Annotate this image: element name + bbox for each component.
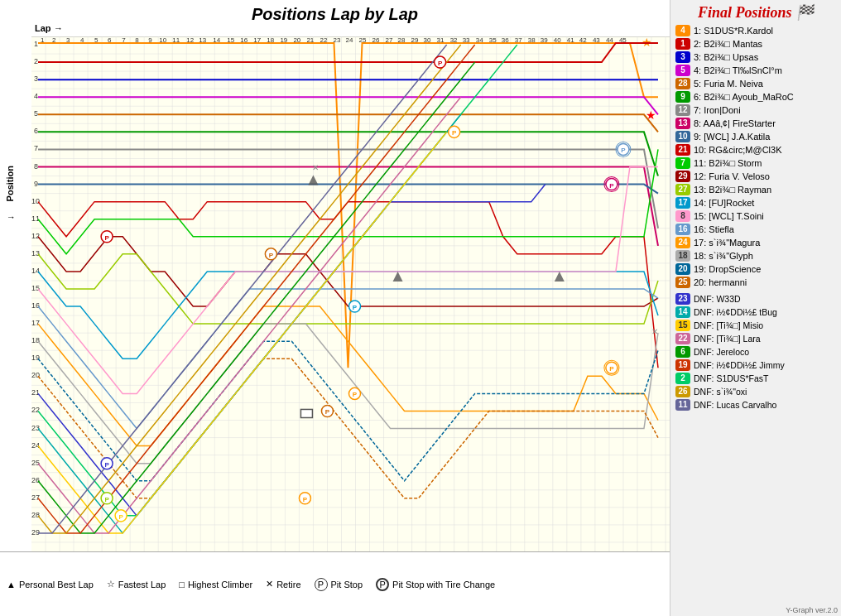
fastest-lap-label: Fastest Lap [118, 580, 166, 590]
svg-text:12: 12 [31, 232, 40, 240]
dnf-badge-3: 15 [675, 320, 690, 331]
dnf-3: 15 DNF: [Ti¾□] Misio [675, 320, 836, 331]
svg-text:P: P [104, 461, 109, 469]
pos-name-2: 2: B2i¾□ Mantas [694, 39, 762, 49]
pos-badge-5: 28 [675, 78, 690, 89]
pos-badge-13: 27 [675, 184, 690, 195]
pos-name-5: 5: Furia M. Neiva [694, 79, 763, 89]
final-pos-13: 27 13: B2i¾□ Rayman [675, 184, 836, 195]
pos-name-18: 18: s`i¾"Glyph [694, 251, 753, 261]
legend-fastest-lap: ☆ Fastest Lap [107, 579, 166, 590]
svg-text:★: ★ [646, 108, 656, 122]
dnf-9: 11 DNF: Lucas Carvalho [675, 399, 836, 411]
svg-text:17: 17 [31, 319, 40, 327]
pos-badge-16: 16 [675, 224, 690, 235]
dnf-6: 19 DNF: i½¢DDi½£ Jimmy [675, 359, 836, 371]
chart-area: Positions Lap by Lap Lap → Position ↓ [0, 0, 670, 616]
final-pos-8: 13 8: AAâ‚¢| FireStarter [675, 118, 836, 129]
svg-text:15: 15 [31, 284, 40, 292]
dnf-7: 2 DNF: S1DUS*FasT [675, 373, 836, 384]
chart-plot-area: 1 2 3 4 5 6 7 8 9 10 11 12 13 14 15 16 1… [31, 36, 670, 551]
pos-badge-7: 12 [675, 104, 690, 116]
dnf-badge-8: 26 [675, 386, 690, 397]
final-pos-17: 24 17: s`i¾"Magura [675, 237, 836, 248]
svg-text:16: 16 [31, 301, 40, 310]
pos-badge-6: 9 [675, 91, 690, 103]
svg-text:7: 7 [34, 144, 38, 152]
pos-name-11: 11: B2i¾□ Storm [694, 158, 762, 168]
pit-tire-label: Pit Stop with Tire Change [392, 580, 495, 590]
svg-text:27: 27 [31, 493, 40, 502]
pit-stop-icon: P [315, 578, 328, 591]
pos-name-6: 6: B2i¾□ Ayoub_MaRoC [694, 92, 794, 102]
retire-icon: ✕ [266, 579, 273, 590]
pos-name-17: 17: s`i¾"Magura [694, 238, 760, 248]
pos-badge-1: 4 [675, 25, 690, 36]
pos-badge-8: 13 [675, 118, 690, 129]
pos-badge-14: 17 [675, 197, 690, 209]
svg-text:P: P [452, 129, 457, 137]
pos-badge-12: 29 [675, 171, 690, 182]
svg-text:13: 13 [31, 249, 40, 257]
dnf-4: 22 DNF: [Ti¾□] Lara [675, 333, 836, 344]
svg-rect-185 [300, 409, 312, 417]
dnf-badge-2: 14 [675, 306, 690, 318]
svg-text:19: 19 [31, 354, 40, 362]
pos-name-13: 13: B2i¾□ Rayman [694, 185, 771, 195]
svg-text:14: 14 [31, 267, 40, 275]
svg-text:P: P [609, 182, 614, 190]
dnf-8: 26 DNF: s`i¾"oxi [675, 386, 836, 397]
final-pos-19: 20 19: DropScience [675, 263, 836, 275]
final-pos-7: 12 7: Iron|Doni [675, 104, 836, 116]
personal-best-icon: ▲ [7, 580, 16, 590]
pos-name-9: 9: [WCL] J.A.Katila [694, 132, 770, 142]
final-pos-15: 8 15: [WCL] T.Soini [675, 210, 836, 222]
pos-name-19: 19: DropScience [694, 264, 761, 274]
final-pos-12: 29 12: Furia V. Veloso [675, 171, 836, 182]
pos-badge-19: 20 [675, 263, 690, 275]
dnf-badge-4: 22 [675, 333, 690, 344]
svg-text:P: P [104, 234, 109, 242]
dnf-name-9: DNF: Lucas Carvalho [694, 400, 776, 410]
svg-text:5: 5 [34, 109, 38, 118]
dnf-badge-6: 19 [675, 359, 690, 371]
pos-name-7: 7: Iron|Doni [694, 105, 741, 115]
lap-label: Lap [35, 23, 51, 33]
dnf-name-6: DNF: i½¢DDi½£ Jimmy [694, 360, 785, 370]
pos-name-14: 14: [FU]Rocket [694, 198, 754, 208]
dnf-1: 23 DNF: W33D [675, 293, 836, 305]
legend-pit-stop: P Pit Stop [315, 578, 363, 591]
svg-text:25: 25 [31, 459, 40, 467]
pos-badge-15: 8 [675, 210, 690, 222]
svg-text:4: 4 [34, 92, 38, 100]
svg-text:6: 6 [34, 127, 38, 135]
main-container: Positions Lap by Lap Lap → Position ↓ [0, 0, 841, 616]
retire-label: Retire [276, 580, 300, 590]
svg-text:2: 2 [34, 57, 38, 65]
svg-text:28: 28 [31, 511, 40, 519]
legend-bar: ▲ Personal Best Lap ☆ Fastest Lap □ High… [0, 551, 670, 616]
pit-stop-label: Pit Stop [331, 580, 363, 590]
final-pos-18: 18 18: s`i¾"Glyph [675, 250, 836, 262]
position-arrow: ↓ [5, 215, 15, 220]
pos-badge-11: 7 [675, 157, 690, 169]
pos-name-3: 3: B2i¾□ Upsas [694, 52, 758, 62]
dnf-badge-1: 23 [675, 293, 690, 305]
svg-text:P: P [621, 147, 626, 154]
svg-text:3: 3 [34, 75, 38, 83]
legend-pit-tire: P Pit Stop with Tire Change [376, 578, 495, 591]
final-pos-14: 17 14: [FU]Rocket [675, 197, 836, 209]
version-label: Y-Graph ver.2.0 [786, 606, 838, 614]
highest-climber-icon: □ [179, 580, 185, 590]
pos-badge-10: 21 [675, 144, 690, 156]
pos-badge-9: 10 [675, 131, 690, 142]
legend-personal-best: ▲ Personal Best Lap [7, 580, 94, 590]
final-pos-4: 5 4: B2i¾□ Tl‰lSnCl°m [675, 65, 836, 76]
final-pos-1: 4 1: S1DUS*R.Kardol [675, 25, 836, 36]
svg-text:P: P [325, 408, 330, 416]
dnf-badge-9: 11 [675, 399, 690, 411]
chart-svg: 1 2 3 4 5 6 7 8 9 10 11 12 13 14 15 16 1… [31, 36, 670, 551]
pos-badge-2: 1 [675, 38, 690, 50]
final-pos-5: 28 5: Furia M. Neiva [675, 78, 836, 89]
dnf-name-5: DNF: Jereloco [694, 347, 749, 357]
